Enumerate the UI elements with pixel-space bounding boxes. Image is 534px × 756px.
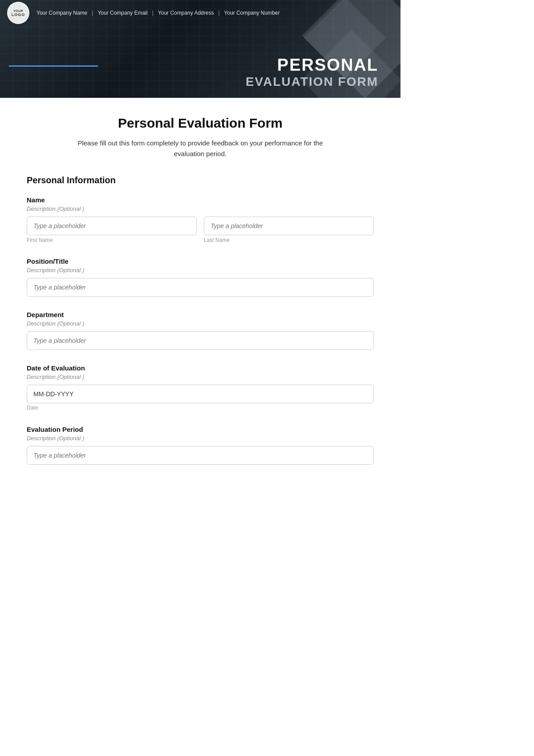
form-subtitle: Please fill out this form completely to … xyxy=(67,138,334,159)
header-topbar: YOUR LOGO Your Company Name | Your Compa… xyxy=(0,0,400,26)
field-description-date-evaluation: Description (Optional ) xyxy=(27,374,374,380)
field-label-evaluation-period: Evaluation Period xyxy=(27,426,374,433)
header-title-evaluation: EVALUATION FORM xyxy=(246,75,378,89)
company-info-bar: Your Company Name | Your Company Email |… xyxy=(36,10,393,16)
field-group-department: Department Description (Optional ) xyxy=(27,311,374,350)
field-description-department: Description (Optional ) xyxy=(27,320,374,327)
header-title-block: PERSONAL EVALUATION FORM xyxy=(246,56,378,89)
last-name-input[interactable] xyxy=(204,217,374,235)
first-name-input[interactable] xyxy=(27,217,197,235)
separator-3: | xyxy=(218,10,219,16)
date-evaluation-input[interactable] xyxy=(27,385,374,403)
department-input[interactable] xyxy=(27,331,374,350)
company-name-text: Your Company Name xyxy=(36,10,87,16)
field-label-date-evaluation: Date of Evaluation xyxy=(27,364,374,372)
field-label-department: Department xyxy=(27,311,374,318)
field-group-name: Name Description (Optional ) First Name … xyxy=(27,196,374,243)
header-blue-line xyxy=(9,65,98,67)
position-input[interactable] xyxy=(27,278,374,297)
first-name-col: First Name xyxy=(27,217,197,243)
last-name-col: Last Name xyxy=(204,217,374,243)
field-description-position: Description (Optional ) xyxy=(27,267,374,273)
company-logo: YOUR LOGO xyxy=(7,2,29,24)
first-name-sublabel: First Name xyxy=(27,237,197,243)
last-name-sublabel: Last Name xyxy=(204,237,374,243)
field-group-evaluation-period: Evaluation Period Description (Optional … xyxy=(27,426,374,465)
header-title-personal: PERSONAL xyxy=(246,56,378,75)
section-personal-info-title: Personal Information xyxy=(27,175,374,185)
evaluation-period-input[interactable] xyxy=(27,446,374,465)
date-sublabel: Date xyxy=(27,405,38,411)
field-label-position: Position/Title xyxy=(27,257,374,265)
company-address-text: Your Company Address xyxy=(158,10,214,16)
field-group-position: Position/Title Description (Optional ) xyxy=(27,257,374,297)
field-label-name: Name xyxy=(27,196,374,204)
logo-line1: YOUR xyxy=(13,9,23,12)
header: YOUR LOGO Your Company Name | Your Compa… xyxy=(0,0,400,98)
field-description-name: Description (Optional ) xyxy=(27,205,374,212)
company-email-text: Your Company Email xyxy=(97,10,147,16)
name-field-row: First Name Last Name xyxy=(27,217,374,243)
company-number-text: Your Company Number xyxy=(224,10,280,16)
separator-1: | xyxy=(92,10,93,16)
logo-line2: LOGO xyxy=(12,12,25,17)
form-title: Personal Evaluation Form xyxy=(27,116,374,131)
main-content: Personal Evaluation Form Please fill out… xyxy=(0,98,400,506)
field-group-date-evaluation: Date of Evaluation Description (Optional… xyxy=(27,364,374,411)
separator-2: | xyxy=(152,10,154,16)
field-description-evaluation-period: Description (Optional ) xyxy=(27,435,374,442)
